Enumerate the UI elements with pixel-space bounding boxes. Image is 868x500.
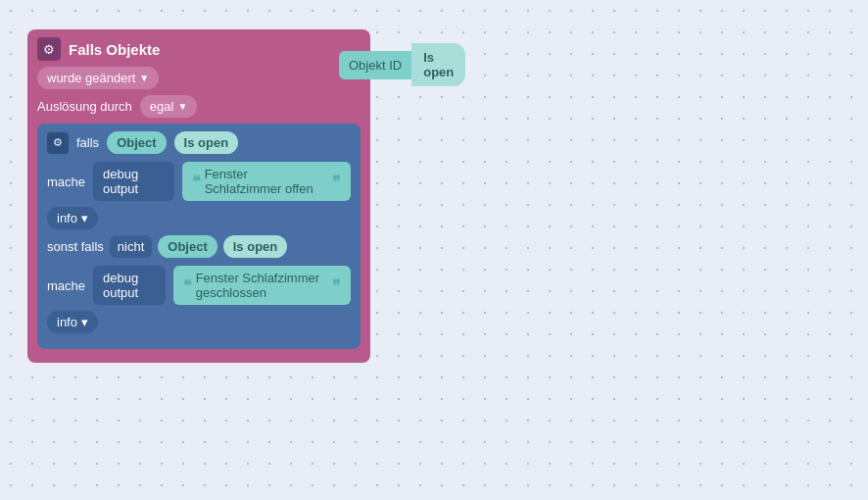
- sonst-falls-label: sonst falls: [47, 239, 104, 254]
- objekt-id-connector: Objekt ID Is open: [339, 43, 465, 86]
- ausloesung-dropdown[interactable]: egal ▼: [140, 95, 197, 118]
- objekt-id-label: Objekt ID: [339, 51, 411, 79]
- object-badge-2: Object: [158, 235, 217, 258]
- mache-label-2: mache: [47, 278, 85, 293]
- mache-row-2: mache debug output ❝ Fenster Schlafzimme…: [47, 266, 351, 305]
- falls-is-open-badge: Is open: [174, 131, 239, 154]
- close-quote-1: ❞: [332, 173, 341, 191]
- nicht-badge: nicht: [110, 235, 152, 258]
- mache-label-1: mache: [47, 175, 85, 189]
- info-row-2: info ▾: [47, 311, 351, 333]
- debug-output-block-2: debug output: [93, 266, 166, 305]
- fenster-offen-string: ❝ Fenster Schlafzimmer offen ❞: [182, 162, 351, 201]
- ausloesung-arrow: ▼: [177, 101, 187, 112]
- outer-pink-block: ⚙ Falls Objekte wurde geändert ▼ Auslösu…: [27, 29, 370, 363]
- inner-gear-icon: ⚙: [47, 132, 69, 154]
- trigger-arrow: ▼: [139, 73, 149, 83]
- header-row: ⚙ Falls Objekte: [37, 37, 361, 61]
- is-open-connector-badge: Is open: [411, 43, 465, 86]
- info-dropdown-2[interactable]: info ▾: [47, 311, 98, 333]
- open-quote-2: ❝: [183, 276, 192, 295]
- trigger-dropdown[interactable]: wurde geändert ▼: [37, 67, 159, 89]
- sonst-falls-row: sonst falls nicht Object Is open: [47, 235, 351, 258]
- trigger-row: wurde geändert ▼: [37, 67, 361, 89]
- info-dropdown-1[interactable]: info ▾: [47, 207, 98, 229]
- falls-label: falls: [76, 135, 99, 150]
- info-arrow-1: ▾: [81, 211, 88, 225]
- if-block-header: ⚙ falls Object Is open: [47, 131, 351, 154]
- mache-row-1: mache debug output ❝ Fenster Schlafzimme…: [47, 162, 351, 201]
- if-block: ⚙ falls Object Is open mache debug outpu…: [37, 124, 361, 349]
- debug-output-block-1: debug output: [93, 162, 174, 201]
- info-row-1: info ▾: [47, 207, 351, 229]
- open-quote-1: ❝: [192, 173, 201, 191]
- close-quote-2: ❞: [332, 276, 341, 295]
- ausloesung-row: Auslösung durch egal ▼: [37, 95, 361, 118]
- main-block-container: ⚙ Falls Objekte wurde geändert ▼ Auslösu…: [27, 29, 370, 363]
- fenster-geschlossen-string: ❝ Fenster Schlafzimmer geschlossen ❞: [173, 266, 351, 305]
- outer-block-title: Falls Objekte: [69, 41, 160, 58]
- info-arrow-2: ▾: [81, 315, 88, 329]
- is-open-badge-2: Is open: [223, 235, 288, 258]
- object-badge: Object: [107, 131, 166, 154]
- gear-icon: ⚙: [37, 37, 61, 61]
- ausloesung-label: Auslösung durch: [37, 99, 132, 114]
